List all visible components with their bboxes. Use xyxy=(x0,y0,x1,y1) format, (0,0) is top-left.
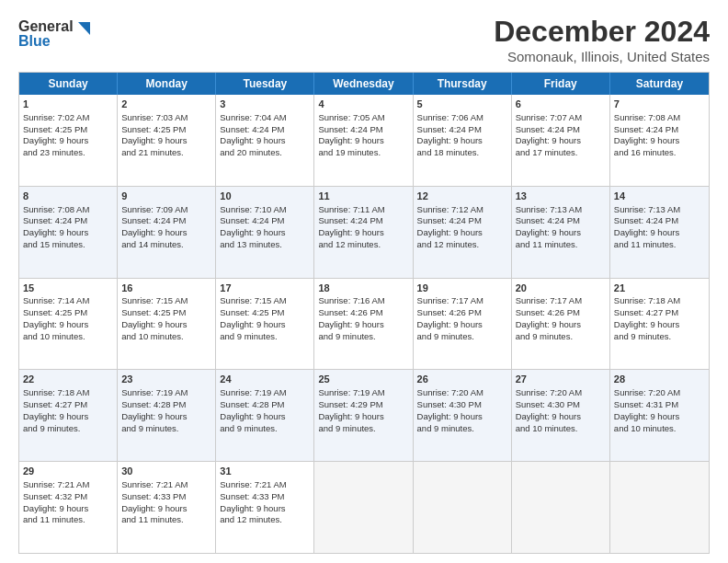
day-info-line: Sunset: 4:25 PM xyxy=(121,124,211,136)
day-number: 14 xyxy=(614,190,705,203)
day-15: 15Sunrise: 7:14 AMSunset: 4:25 PMDayligh… xyxy=(19,279,118,370)
col-header-thursday: Thursday xyxy=(414,73,512,95)
day-info-line: and 9 minutes. xyxy=(417,423,507,435)
day-info-line: and 12 minutes. xyxy=(417,239,507,251)
day-info-line: and 9 minutes. xyxy=(220,331,310,343)
day-17: 17Sunrise: 7:15 AMSunset: 4:25 PMDayligh… xyxy=(216,279,314,370)
day-number: 27 xyxy=(516,373,606,386)
day-info-line: and 9 minutes. xyxy=(23,423,113,435)
day-info-line: Sunset: 4:26 PM xyxy=(417,307,507,319)
day-info-line: Sunset: 4:29 PM xyxy=(318,399,408,411)
day-info-line: and 10 minutes. xyxy=(614,423,705,435)
day-info-line: Daylight: 9 hours xyxy=(318,411,408,423)
day-info-line: and 16 minutes. xyxy=(614,147,705,159)
day-29: 29Sunrise: 7:21 AMSunset: 4:32 PMDayligh… xyxy=(19,462,118,553)
logo-svg: GeneralBlue xyxy=(18,15,92,52)
day-info-line: Sunset: 4:24 PM xyxy=(516,124,606,136)
day-info-line: and 12 minutes. xyxy=(318,239,408,251)
day-info-line: Sunset: 4:27 PM xyxy=(614,307,705,319)
day-number: 19 xyxy=(417,282,507,295)
day-info-line: Daylight: 9 hours xyxy=(220,411,310,423)
day-info-line: Daylight: 9 hours xyxy=(614,319,705,331)
day-info-line: Sunset: 4:24 PM xyxy=(614,124,705,136)
day-7: 7Sunrise: 7:08 AMSunset: 4:24 PMDaylight… xyxy=(610,95,709,186)
day-info-line: Sunset: 4:25 PM xyxy=(23,124,113,136)
day-info-line: Sunrise: 7:16 AM xyxy=(318,295,408,307)
day-info-line: Daylight: 9 hours xyxy=(417,227,507,239)
day-info-line: Sunset: 4:30 PM xyxy=(516,399,606,411)
day-info-line: Daylight: 9 hours xyxy=(318,135,408,147)
day-info-line: Sunrise: 7:05 AM xyxy=(318,112,408,124)
day-info-line: and 17 minutes. xyxy=(516,147,606,159)
day-info-line: Sunset: 4:24 PM xyxy=(121,215,211,227)
day-info-line: Sunset: 4:24 PM xyxy=(220,215,310,227)
day-info-line: Daylight: 9 hours xyxy=(121,319,211,331)
day-info-line: Daylight: 9 hours xyxy=(220,135,310,147)
day-info-line: and 21 minutes. xyxy=(121,147,211,159)
day-info-line: and 10 minutes. xyxy=(121,331,211,343)
day-20: 20Sunrise: 7:17 AMSunset: 4:26 PMDayligh… xyxy=(512,279,610,370)
day-info-line: Daylight: 9 hours xyxy=(614,227,705,239)
day-info-line: Sunrise: 7:20 AM xyxy=(516,387,606,399)
day-number: 21 xyxy=(614,282,705,295)
day-info-line: Sunrise: 7:19 AM xyxy=(220,387,310,399)
day-info-line: Sunrise: 7:07 AM xyxy=(516,112,606,124)
day-info-line: Sunset: 4:24 PM xyxy=(614,215,705,227)
day-info-line: Daylight: 9 hours xyxy=(220,319,310,331)
day-info-line: Sunrise: 7:09 AM xyxy=(121,204,211,216)
day-23: 23Sunrise: 7:19 AMSunset: 4:28 PMDayligh… xyxy=(118,370,216,461)
day-info-line: Daylight: 9 hours xyxy=(516,227,606,239)
calendar-header: SundayMondayTuesdayWednesdayThursdayFrid… xyxy=(19,73,709,95)
day-info-line: and 11 minutes. xyxy=(516,239,606,251)
day-info-line: Sunset: 4:26 PM xyxy=(516,307,606,319)
day-2: 2Sunrise: 7:03 AMSunset: 4:25 PMDaylight… xyxy=(118,95,216,186)
day-31: 31Sunrise: 7:21 AMSunset: 4:33 PMDayligh… xyxy=(216,462,314,553)
day-3: 3Sunrise: 7:04 AMSunset: 4:24 PMDaylight… xyxy=(216,95,314,186)
day-number: 18 xyxy=(318,282,408,295)
day-info-line: Sunrise: 7:17 AM xyxy=(516,295,606,307)
day-number: 29 xyxy=(23,465,113,478)
day-number: 23 xyxy=(121,373,211,386)
day-info-line: and 14 minutes. xyxy=(121,239,211,251)
day-number: 10 xyxy=(220,190,310,203)
day-info-line: and 12 minutes. xyxy=(220,514,310,526)
page: GeneralBlue December 2024 Somonauk, Illi… xyxy=(0,0,728,563)
day-info-line: Sunrise: 7:20 AM xyxy=(417,387,507,399)
day-info-line: and 9 minutes. xyxy=(614,331,705,343)
day-24: 24Sunrise: 7:19 AMSunset: 4:28 PMDayligh… xyxy=(216,370,314,461)
svg-text:General: General xyxy=(18,18,74,34)
day-13: 13Sunrise: 7:13 AMSunset: 4:24 PMDayligh… xyxy=(512,187,610,278)
day-info-line: Sunrise: 7:21 AM xyxy=(121,479,211,491)
day-info-line: Sunset: 4:26 PM xyxy=(318,307,408,319)
day-info-line: and 9 minutes. xyxy=(318,331,408,343)
day-info-line: and 11 minutes. xyxy=(23,514,113,526)
day-info-line: Sunrise: 7:19 AM xyxy=(121,387,211,399)
day-info-line: Sunrise: 7:08 AM xyxy=(23,204,113,216)
calendar: SundayMondayTuesdayWednesdayThursdayFrid… xyxy=(18,72,710,554)
calendar-body: 1Sunrise: 7:02 AMSunset: 4:25 PMDaylight… xyxy=(19,95,709,553)
day-28: 28Sunrise: 7:20 AMSunset: 4:31 PMDayligh… xyxy=(610,370,709,461)
col-header-friday: Friday xyxy=(512,73,610,95)
main-title: December 2024 xyxy=(494,15,710,49)
day-4: 4Sunrise: 7:05 AMSunset: 4:24 PMDaylight… xyxy=(314,95,413,186)
day-info-line: and 13 minutes. xyxy=(220,239,310,251)
day-info-line: and 9 minutes. xyxy=(121,423,211,435)
day-info-line: and 23 minutes. xyxy=(23,147,113,159)
day-info-line: Daylight: 9 hours xyxy=(121,503,211,515)
day-info-line: Sunrise: 7:18 AM xyxy=(23,387,113,399)
day-info-line: Sunrise: 7:15 AM xyxy=(121,295,211,307)
day-number: 28 xyxy=(614,373,705,386)
empty-cell xyxy=(610,462,709,553)
day-25: 25Sunrise: 7:19 AMSunset: 4:29 PMDayligh… xyxy=(314,370,413,461)
day-12: 12Sunrise: 7:12 AMSunset: 4:24 PMDayligh… xyxy=(414,187,512,278)
empty-cell xyxy=(512,462,610,553)
day-info-line: and 9 minutes. xyxy=(220,423,310,435)
day-number: 6 xyxy=(516,98,606,111)
day-info-line: and 9 minutes. xyxy=(417,331,507,343)
col-header-tuesday: Tuesday xyxy=(216,73,314,95)
day-18: 18Sunrise: 7:16 AMSunset: 4:26 PMDayligh… xyxy=(314,279,413,370)
day-info-line: and 18 minutes. xyxy=(417,147,507,159)
day-info-line: Sunrise: 7:08 AM xyxy=(614,112,705,124)
day-info-line: Sunrise: 7:21 AM xyxy=(23,479,113,491)
svg-text:Blue: Blue xyxy=(18,33,51,49)
